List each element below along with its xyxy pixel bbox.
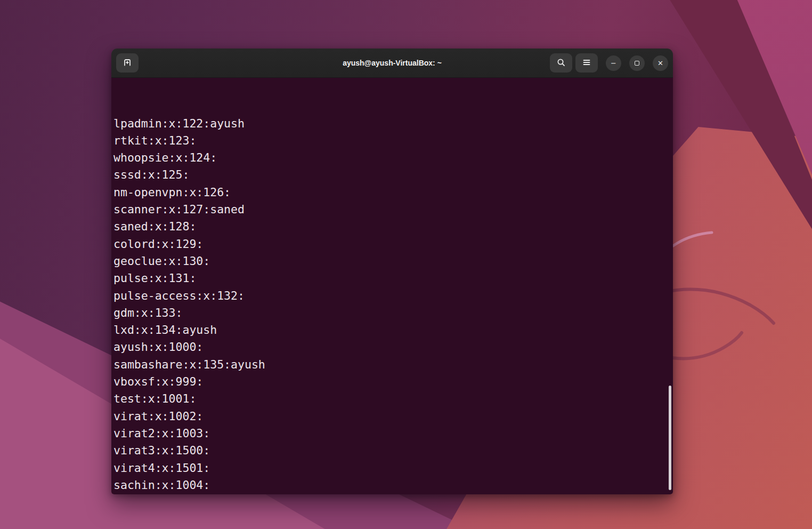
hamburger-menu-icon [582,58,591,69]
terminal-line: pulse-access:x:132: [113,287,673,304]
maximize-button[interactable] [629,55,645,71]
close-button[interactable]: ✕ [653,55,668,71]
menu-button[interactable] [575,53,598,73]
terminal-line: scanner:x:127:saned [113,201,673,218]
terminal-line: test:x:1001: [113,390,673,407]
terminal-line: colord:x:129: [113,236,673,253]
titlebar[interactable]: ayush@ayush-VirtualBox: ~ − [111,49,673,78]
terminal-line: geoclue:x:130: [113,253,673,270]
new-tab-button[interactable] [116,53,139,73]
terminal-line: rtkit:x:123: [113,132,673,149]
terminal-line: sssd:x:125: [113,166,673,183]
search-button[interactable] [550,53,572,73]
new-tab-icon [123,58,132,69]
terminal-line: lxd:x:134:ayush [113,322,673,339]
terminal-line: virat3:x:1500: [113,442,673,459]
terminal-line: Developers:x:1502: [113,494,673,494]
terminal-line: ayush:x:1000: [113,339,673,356]
terminal-lines: lpadmin:x:122:ayushrtkit:x:123:whoopsie:… [113,115,673,494]
terminal-line: gdm:x:133: [113,304,673,322]
terminal-line: saned:x:128: [113,218,673,235]
terminal-window: ayush@ayush-VirtualBox: ~ − [111,49,673,494]
minimize-button[interactable]: − [606,55,621,71]
terminal-line: whoopsie:x:124: [113,149,673,166]
terminal-line: virat4:x:1501: [113,460,673,477]
terminal-line: vboxsf:x:999: [113,373,673,390]
minimize-icon: − [611,60,616,67]
terminal-line: sambashare:x:135:ayush [113,356,673,373]
terminal-line: nm-openvpn:x:126: [113,184,673,201]
scrollbar-thumb[interactable] [669,386,671,490]
search-icon [556,58,566,69]
maximize-icon [635,61,639,66]
terminal-line: lpadmin:x:122:ayush [113,115,673,132]
terminal-screen[interactable]: lpadmin:x:122:ayushrtkit:x:123:whoopsie:… [111,78,673,494]
jellyfish-tentacles-graphic [661,224,812,400]
terminal-line: sachin:x:1004: [113,477,673,494]
terminal-line: virat:x:1002: [113,408,673,425]
terminal-line: virat2:x:1003: [113,425,673,442]
terminal-line: pulse:x:131: [113,270,673,287]
close-icon: ✕ [657,60,663,67]
